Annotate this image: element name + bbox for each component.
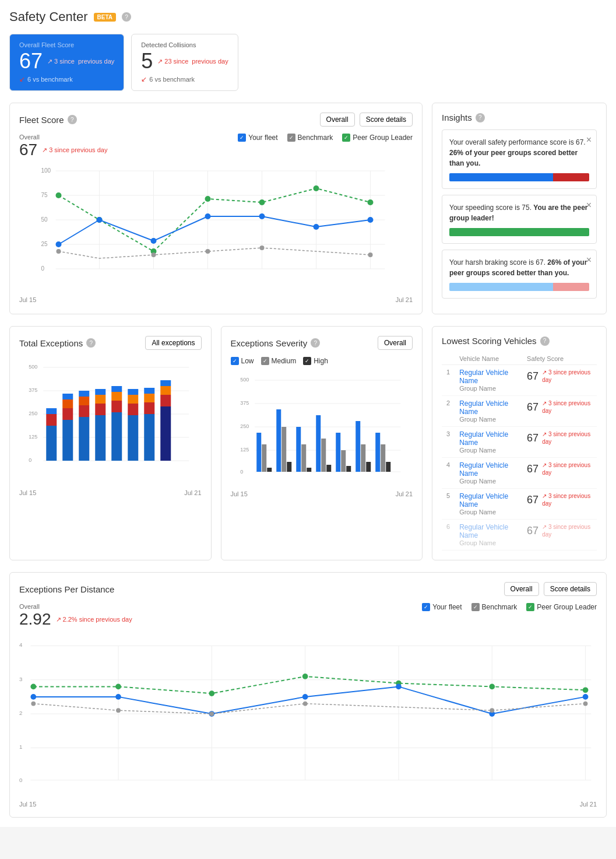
total-exceptions-help-icon[interactable]: ?	[86, 338, 96, 348]
insights-help-icon[interactable]: ?	[476, 113, 485, 122]
epd-dropdown[interactable]: Overall	[504, 582, 539, 596]
fleet-score-svg: 100 75 50 25 0	[19, 164, 413, 292]
svg-point-33	[260, 246, 265, 250]
insights-card-3-close[interactable]: ×	[586, 255, 592, 265]
svg-rect-88	[267, 468, 272, 472]
svg-rect-101	[355, 421, 360, 472]
svg-point-129	[583, 687, 589, 693]
score-cards: Overall Fleet Score 67 ↗ 3 since previou…	[9, 34, 607, 91]
epd-legend-fleet: ✓ Your fleet	[422, 603, 462, 611]
svg-text:375: 375	[240, 400, 249, 406]
severity-legend-low: ✓ Low	[231, 357, 254, 365]
vehicle-name[interactable]: Regular Vehicle Name	[459, 461, 518, 478]
epd-legend: ✓ Your fleet ✓ Benchmark ✓ Peer Group Le…	[422, 603, 597, 611]
vehicle-rank: 2	[442, 396, 455, 427]
svg-rect-74	[160, 386, 171, 395]
vehicle-score: 67	[527, 401, 538, 413]
fleet-score-label: Overall Fleet Score	[19, 41, 114, 48]
header-help-icon[interactable]: ?	[122, 12, 131, 22]
svg-rect-93	[301, 444, 306, 472]
svg-point-136	[583, 694, 589, 700]
insights-card-2-bar	[449, 228, 589, 236]
vehicle-name[interactable]: Regular Vehicle Name	[459, 430, 518, 447]
svg-point-23	[56, 241, 62, 247]
lowest-vehicles-help-icon[interactable]: ?	[540, 336, 550, 346]
svg-point-128	[489, 684, 495, 690]
vehicle-info: Regular Vehicle Name Group Name	[455, 458, 522, 489]
beta-badge: BETA	[94, 13, 116, 22]
svg-rect-62	[111, 392, 122, 401]
fleet-score-help-icon[interactable]: ?	[68, 115, 77, 124]
vehicle-name[interactable]: Regular Vehicle Name	[459, 492, 518, 509]
svg-point-19	[205, 196, 211, 202]
svg-rect-51	[62, 394, 73, 399]
page-header: Safety Center BETA ?	[9, 9, 607, 24]
vehicle-delta: ↗ 3 since previous day	[542, 430, 592, 446]
vehicle-score: 67	[527, 370, 538, 383]
svg-rect-45	[46, 426, 57, 461]
svg-rect-103	[366, 462, 371, 472]
insights-card-3-bar	[449, 283, 589, 291]
svg-rect-97	[326, 465, 331, 472]
fleet-insights-section: Fleet Score ? Overall Score details Over…	[9, 103, 607, 314]
total-exceptions-dates: Jul 15 Jul 21	[19, 489, 202, 496]
svg-text:0: 0	[41, 265, 45, 272]
vehicle-info: Regular Vehicle Name Group Name	[455, 427, 522, 458]
vehicle-delta: ↗ 3 since previous day	[542, 461, 592, 476]
svg-point-20	[259, 199, 265, 205]
vehicle-name[interactable]: Regular Vehicle Name	[459, 523, 518, 539]
svg-rect-72	[160, 406, 171, 461]
svg-rect-68	[144, 414, 154, 461]
svg-text:375: 375	[29, 387, 37, 393]
vehicles-table: Vehicle Name Safety Score 1 Regular Vehi…	[442, 353, 597, 551]
vehicle-rank: 3	[442, 427, 455, 458]
collisions-label: Detected Collisions	[141, 41, 228, 48]
vehicle-group: Group Name	[459, 416, 518, 423]
svg-rect-75	[160, 380, 171, 386]
fleet-score-details-btn[interactable]: Score details	[360, 113, 413, 127]
svg-rect-49	[62, 408, 73, 420]
col-rank	[442, 353, 455, 365]
vehicle-name[interactable]: Regular Vehicle Name	[459, 399, 518, 416]
collisions-benchmark: ↙ 6 vs benchmark	[141, 75, 228, 83]
svg-rect-53	[79, 405, 89, 417]
insights-card-2-close[interactable]: ×	[586, 200, 592, 211]
svg-point-28	[314, 224, 319, 230]
svg-point-21	[314, 185, 319, 191]
collisions-value: 5 ↗ 23 since previous day	[141, 51, 228, 72]
vehicle-name[interactable]: Regular Vehicle Name	[459, 369, 518, 385]
svg-rect-92	[296, 427, 301, 472]
epd-legend-benchmark: ✓ Benchmark	[471, 603, 518, 611]
page-title: Safety Center	[9, 9, 88, 24]
epd-value: 2.92 ↗ 2.2% since previous day	[19, 610, 132, 629]
vehicle-score: 67	[527, 463, 538, 475]
vehicle-score-cell: 67 ↗ 3 since previous day	[522, 365, 597, 396]
vehicle-score-cell: 67 ↗ 3 since previous day	[522, 489, 597, 520]
svg-rect-94	[307, 468, 311, 472]
insights-card-1-bar	[449, 173, 589, 181]
epd-score-details-btn[interactable]: Score details	[544, 582, 597, 596]
total-exceptions-dropdown[interactable]: All exceptions	[145, 336, 201, 350]
fleet-score-dropdown[interactable]: Overall	[320, 113, 355, 127]
fleet-score-title: Fleet Score ?	[19, 115, 77, 125]
svg-point-124	[115, 684, 121, 690]
legend-your-fleet: ✓ Your fleet	[238, 134, 277, 142]
vehicle-score: 67	[527, 494, 538, 506]
insights-card-1-close[interactable]: ×	[586, 135, 592, 145]
svg-point-131	[115, 694, 121, 700]
svg-point-29	[368, 217, 374, 223]
svg-rect-90	[281, 427, 286, 472]
svg-rect-56	[95, 415, 105, 461]
exceptions-severity-help-icon[interactable]: ?	[311, 338, 320, 348]
exceptions-severity-dropdown[interactable]: Overall	[378, 336, 413, 350]
svg-text:500: 500	[240, 377, 249, 383]
svg-rect-52	[79, 417, 89, 461]
svg-point-142	[583, 702, 588, 706]
svg-point-126	[302, 674, 308, 679]
svg-point-140	[303, 702, 308, 706]
table-row: 6 Regular Vehicle Name Group Name 67 ↗ 3…	[442, 520, 597, 551]
total-exceptions-panel: Total Exceptions ? All exceptions 500 37…	[9, 326, 212, 560]
vehicle-delta: ↗ 3 since previous day	[542, 492, 592, 507]
legend-check-gray: ✓	[287, 134, 295, 142]
epd-chart-dates: Jul 15 Jul 21	[19, 801, 597, 808]
